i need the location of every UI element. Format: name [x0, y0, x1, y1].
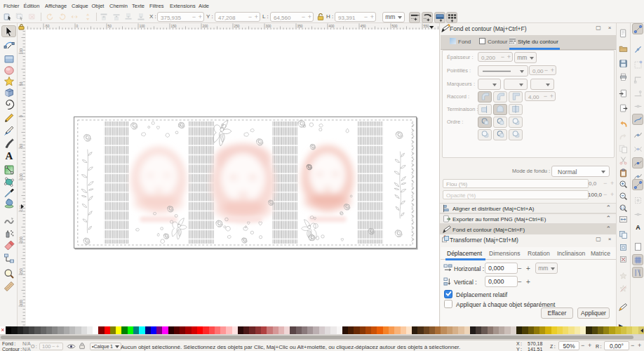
svg-text:-50: -50	[45, 25, 50, 28]
svg-text:-300: -300	[20, 300, 23, 307]
svg-text:0: 0	[20, 115, 23, 117]
svg-text:100: 100	[140, 25, 145, 28]
svg-text:1:1: 1:1	[620, 206, 625, 210]
svg-text:550: 550	[424, 25, 429, 28]
svg-text:150: 150	[171, 25, 177, 28]
svg-text:A: A	[636, 224, 640, 231]
svg-text:50: 50	[108, 25, 112, 28]
svg-text:350: 350	[297, 25, 303, 28]
svg-text:400: 400	[329, 25, 335, 28]
svg-text:100: 100	[20, 48, 23, 54]
svg-text:450: 450	[361, 25, 366, 28]
svg-text:-50: -50	[20, 144, 23, 149]
svg-text:0: 0	[76, 25, 79, 28]
svg-text:300: 300	[266, 25, 271, 28]
svg-text:50: 50	[20, 81, 23, 86]
svg-text:200: 200	[203, 25, 208, 28]
svg-text:-200: -200	[20, 237, 23, 244]
svg-text:A: A	[6, 150, 13, 161]
svg-text:-100: -100	[20, 173, 23, 180]
svg-text:500: 500	[392, 25, 398, 28]
svg-text:-250: -250	[20, 268, 23, 275]
svg-text:250: 250	[234, 25, 240, 28]
